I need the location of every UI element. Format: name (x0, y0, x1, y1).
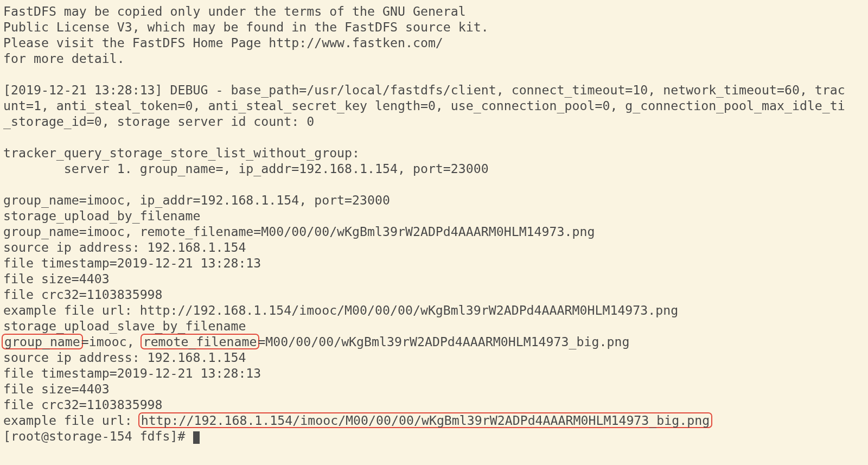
output-line: for more detail. (3, 51, 125, 66)
highlight-remote-filename: remote_filename (141, 334, 260, 349)
output-line: group_name=imooc, ip_addr=192.168.1.154,… (3, 193, 390, 207)
output-line: file size=4403 (3, 381, 110, 396)
output-line: Please visit the FastDFS Home Page http:… (3, 35, 443, 50)
output-line: source ip address: 192.168.1.154 (3, 240, 246, 254)
output-line: unt=1, anti_steal_token=0, anti_steal_se… (3, 98, 845, 113)
output-line: server 1. group_name=, ip_addr=192.168.1… (3, 161, 489, 176)
output-line: group_name=imooc, remote_filename=M00/00… (3, 224, 595, 239)
output-line: tracker_query_storage_store_list_without… (3, 145, 360, 160)
highlight-group-name: group_name (2, 334, 83, 349)
output-text: example file url: (3, 413, 140, 428)
output-line: _storage_id=0, storage server id count: … (3, 114, 314, 129)
output-text: =M00/00/00/wKgBml39rW2ADPd4AAARM0HLM1497… (258, 334, 629, 349)
terminal-output[interactable]: FastDFS may be copied only under the ter… (0, 0, 868, 444)
output-line: file size=4403 (3, 271, 110, 286)
output-line: file timestamp=2019-12-21 13:28:13 (3, 366, 261, 380)
output-line: storage_upload_by_filename (3, 208, 200, 223)
output-line: storage_upload_slave_by_filename (3, 319, 246, 333)
output-line: file crc32=1103835998 (3, 287, 163, 302)
highlight-example-url: http://192.168.1.154/imooc/M00/00/00/wKg… (138, 412, 713, 428)
output-line: FastDFS may be copied only under the ter… (3, 4, 466, 18)
output-line: file timestamp=2019-12-21 13:28:13 (3, 256, 261, 270)
output-text: =imooc, (81, 334, 142, 349)
output-line: Public License V3, which may be found in… (3, 20, 489, 34)
output-line: example file url: http://192.168.1.154/i… (3, 303, 678, 317)
cursor-icon (193, 431, 200, 444)
output-line: [2019-12-21 13:28:13] DEBUG - base_path=… (3, 82, 845, 97)
shell-prompt[interactable]: [root@storage-154 fdfs]# (3, 429, 193, 443)
output-line: file crc32=1103835998 (3, 397, 163, 412)
output-line: source ip address: 192.168.1.154 (3, 350, 246, 365)
